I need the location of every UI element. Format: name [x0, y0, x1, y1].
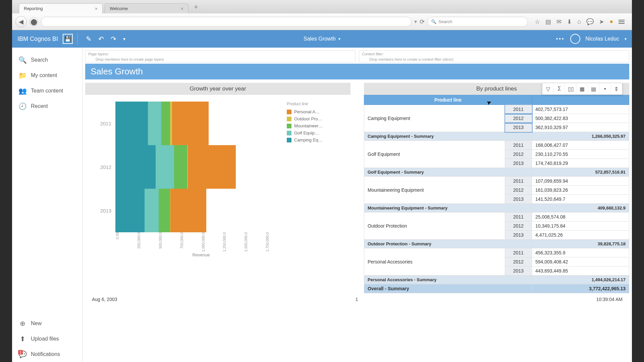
- sidebar-item-team-content[interactable]: 👥 Team content: [12, 83, 82, 99]
- year-cell[interactable]: 2012: [505, 150, 532, 159]
- year-cell[interactable]: 2012: [505, 114, 532, 123]
- browser-tab-reporting[interactable]: Reporting ×: [19, 3, 103, 13]
- save-icon[interactable]: 💾: [63, 34, 73, 44]
- chevron-down-icon[interactable]: ▾: [625, 37, 627, 41]
- home-icon[interactable]: ⌂: [577, 18, 581, 25]
- bar-segment[interactable]: [170, 189, 206, 232]
- bar-segment[interactable]: [161, 102, 170, 145]
- value-cell[interactable]: 10,349,175.84: [532, 222, 629, 231]
- bar-segment[interactable]: [156, 145, 174, 189]
- dropdown-icon[interactable]: ▾: [414, 18, 417, 25]
- value-cell[interactable]: 168,006,427.07: [532, 141, 629, 150]
- site-identity-icon[interactable]: ⬤: [30, 17, 38, 26]
- redo-icon[interactable]: ↷: [107, 35, 120, 43]
- chart[interactable]: 2011201220130.00250,000.0500,000.0750,00…: [85, 95, 351, 252]
- chat-icon[interactable]: 💬: [586, 18, 594, 25]
- bar-segment[interactable]: [115, 189, 145, 232]
- url-input[interactable]: [41, 17, 412, 27]
- value-cell[interactable]: 4,471,025.26: [532, 231, 629, 240]
- extension-icon[interactable]: ●: [609, 18, 613, 25]
- product-line-cell[interactable]: Camping Equipment: [364, 105, 505, 132]
- browser-search-input[interactable]: 🔍 Search: [427, 17, 528, 27]
- sidebar-item-upload[interactable]: ⬆ Upload files: [12, 331, 82, 347]
- edit-icon[interactable]: ✎: [83, 35, 95, 43]
- year-cell[interactable]: 2011: [505, 141, 532, 150]
- sidebar-item-new[interactable]: ⊕ New: [12, 316, 82, 331]
- bar-segment[interactable]: [174, 145, 187, 189]
- bar-segment[interactable]: [188, 145, 236, 189]
- more-icon[interactable]: •••: [556, 36, 565, 42]
- chevron-down-icon[interactable]: ▾: [120, 36, 129, 42]
- year-cell[interactable]: 2012: [505, 257, 532, 266]
- send-icon[interactable]: ➤: [599, 18, 604, 25]
- close-icon[interactable]: ×: [181, 6, 183, 11]
- pivot-icon[interactable]: ▦: [577, 83, 588, 95]
- year-cell[interactable]: 2013: [505, 231, 532, 240]
- value-cell[interactable]: 362,910,329.97: [532, 123, 629, 132]
- year-cell[interactable]: 2011: [505, 177, 532, 186]
- undo-icon[interactable]: ↶: [95, 35, 107, 43]
- summarize-icon[interactable]: Σ: [554, 83, 565, 95]
- report-name-dropdown[interactable]: Sales Growth ▾: [304, 36, 340, 42]
- chart-x-tick: 1,500,000.0: [244, 232, 248, 252]
- year-cell[interactable]: 2013: [505, 195, 532, 204]
- sidebar-item-search[interactable]: 🔍 Search: [12, 52, 82, 68]
- sidebar-item-recent[interactable]: 🕘 Recent: [12, 99, 82, 114]
- value-cell[interactable]: 141,520,649.7: [532, 195, 629, 204]
- sort-icon[interactable]: ⇕: [611, 83, 622, 95]
- chart-heading: Growth year over year: [85, 83, 351, 95]
- value-cell[interactable]: 456,323,355.9: [532, 248, 629, 257]
- bar-segment[interactable]: [115, 145, 156, 189]
- product-line-cell[interactable]: Outdoor Protection: [364, 213, 505, 240]
- chart-icon[interactable]: ▪: [599, 83, 611, 95]
- year-cell[interactable]: 2011: [505, 105, 532, 114]
- filter-icon[interactable]: ▽: [542, 83, 554, 95]
- download-icon[interactable]: ⬇: [567, 18, 572, 25]
- year-cell[interactable]: 2013: [505, 266, 532, 276]
- value-cell[interactable]: 402,757,573.17: [532, 105, 629, 114]
- bar-segment[interactable]: [115, 102, 148, 145]
- bookmark-icon[interactable]: ☆: [535, 18, 540, 25]
- avatar[interactable]: [570, 34, 580, 44]
- year-cell[interactable]: 2012: [505, 222, 532, 231]
- chart-y-label: 2011: [92, 121, 115, 126]
- value-cell[interactable]: 443,693,449.85: [532, 266, 629, 276]
- year-cell[interactable]: 2011: [505, 213, 532, 222]
- new-tab-button[interactable]: +: [191, 3, 202, 13]
- page-layers-dropzone[interactable]: Page layers: Drop members here to create…: [85, 50, 356, 62]
- value-cell[interactable]: 594,009,408.42: [532, 257, 629, 266]
- value-cell[interactable]: 500,382,422.83: [532, 114, 629, 123]
- value-cell[interactable]: 174,740,819.29: [532, 159, 629, 168]
- value-cell[interactable]: 230,110,270.55: [532, 150, 629, 159]
- back-button[interactable]: ◀: [15, 16, 27, 27]
- mail-icon[interactable]: ✉: [556, 18, 561, 25]
- close-icon[interactable]: ×: [95, 6, 98, 11]
- tab-label: Reporting: [24, 6, 43, 11]
- value-cell[interactable]: 25,008,574.08: [532, 213, 629, 222]
- legend-swatch-icon: [287, 124, 291, 128]
- year-cell[interactable]: 2013: [505, 159, 532, 168]
- product-line-cell[interactable]: Personal Accessories: [364, 248, 505, 276]
- hamburger-icon[interactable]: [619, 18, 625, 25]
- year-cell[interactable]: 2013: [505, 123, 532, 132]
- table-icon[interactable]: ▤: [588, 83, 599, 95]
- library-icon[interactable]: ▤: [545, 18, 551, 25]
- sidebar: 🔍 Search 📁 My content 👥 Team content 🕘 R…: [12, 48, 83, 362]
- sidebar-item-my-content[interactable]: 📁 My content: [12, 68, 82, 83]
- context-filter-dropzone[interactable]: Context filter: Drop members here to cre…: [359, 50, 629, 62]
- crosstab-table[interactable]: Product line Camping Equipment2011402,75…: [364, 95, 629, 293]
- bar-segment[interactable]: [145, 189, 159, 232]
- reload-icon[interactable]: ⟳: [420, 18, 425, 25]
- bar-segment[interactable]: [159, 189, 170, 232]
- value-cell[interactable]: 161,039,823.26: [532, 186, 629, 195]
- browser-tab-welcome[interactable]: Welcome ×: [105, 3, 189, 13]
- product-line-cell[interactable]: Mountaineering Equipment: [364, 177, 505, 204]
- product-line-cell[interactable]: Golf Equipment: [364, 141, 505, 168]
- group-icon[interactable]: ▯▯: [565, 83, 577, 95]
- sidebar-item-notifications[interactable]: 1 💬 Notifications: [12, 347, 82, 362]
- year-cell[interactable]: 2012: [505, 186, 532, 195]
- bar-segment[interactable]: [172, 102, 209, 145]
- bar-segment[interactable]: [148, 102, 161, 145]
- value-cell[interactable]: 107,099,659.94: [532, 177, 629, 186]
- year-cell[interactable]: 2011: [505, 248, 532, 257]
